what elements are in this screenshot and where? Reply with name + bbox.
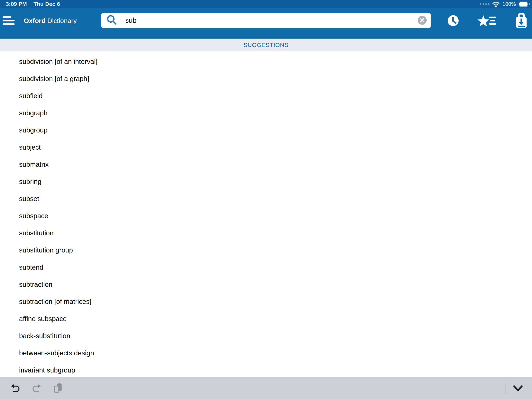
- list-item[interactable]: affine subspace: [0, 310, 532, 327]
- status-time: 3:09 PM: [6, 1, 27, 7]
- clear-search-button[interactable]: [418, 16, 427, 25]
- list-item[interactable]: subgraph: [0, 104, 532, 122]
- redo-button[interactable]: [31, 383, 42, 394]
- list-item[interactable]: submatrix: [0, 156, 532, 173]
- list-item[interactable]: subgroup: [0, 122, 532, 139]
- list-item[interactable]: subtraction: [0, 276, 532, 293]
- undo-button[interactable]: [10, 383, 21, 394]
- status-bar: 3:09 PM Thu Dec 6 100%: [0, 0, 532, 8]
- undo-icon: [10, 383, 21, 394]
- app-header: Oxford Dictionary: [0, 8, 532, 39]
- star-list-icon: [475, 13, 497, 29]
- list-item[interactable]: subtend: [0, 259, 532, 276]
- list-item[interactable]: subspace: [0, 207, 532, 225]
- list-item[interactable]: invariant subgroup: [0, 362, 532, 377]
- list-item[interactable]: subject: [0, 139, 532, 156]
- toolbar-divider: [506, 383, 506, 394]
- app-title-bold: Oxford: [24, 17, 45, 24]
- wifi-icon: [492, 1, 500, 7]
- redo-icon: [31, 383, 42, 394]
- paste-button[interactable]: [53, 383, 63, 394]
- list-item[interactable]: subring: [0, 173, 532, 190]
- battery-icon: [519, 1, 530, 7]
- list-item[interactable]: subfield: [0, 87, 532, 104]
- cellular-signal-icon: [480, 3, 489, 5]
- list-item[interactable]: subset: [0, 190, 532, 207]
- list-item[interactable]: back-substitution: [0, 327, 532, 344]
- dismiss-keyboard-button[interactable]: [513, 385, 523, 392]
- suggestion-list: subdivision [of an interval]subdivision …: [0, 51, 532, 377]
- history-button[interactable]: [447, 15, 459, 26]
- list-item[interactable]: between-subjects design: [0, 344, 532, 362]
- favorites-button[interactable]: [475, 13, 497, 29]
- paste-icon: [53, 383, 63, 394]
- status-date: Thu Dec 6: [33, 1, 60, 7]
- search-icon: [106, 15, 118, 26]
- app-title-regular: Dictionary: [47, 17, 77, 24]
- battery-percent: 100%: [502, 1, 516, 7]
- suggestions-title: SUGGESTIONS: [243, 42, 288, 48]
- clock-icon: [447, 15, 459, 26]
- list-item[interactable]: subdivision [of an interval]: [0, 53, 532, 70]
- menu-button[interactable]: [3, 16, 19, 29]
- list-item[interactable]: substitution: [0, 225, 532, 242]
- chevron-down-icon: [513, 385, 523, 392]
- list-item[interactable]: subtraction [of matrices]: [0, 293, 532, 310]
- search-field[interactable]: [101, 13, 431, 28]
- list-item[interactable]: substitution group: [0, 242, 532, 259]
- close-icon: [418, 16, 427, 25]
- shopping-bag-download-icon: [514, 13, 528, 29]
- search-input[interactable]: [125, 13, 408, 28]
- list-item[interactable]: subdivision [of a graph]: [0, 70, 532, 87]
- app-title: Oxford Dictionary: [24, 17, 77, 25]
- keyboard-toolbar: [0, 377, 532, 399]
- suggestions-bar: SUGGESTIONS: [0, 39, 532, 51]
- downloads-button[interactable]: [514, 13, 528, 29]
